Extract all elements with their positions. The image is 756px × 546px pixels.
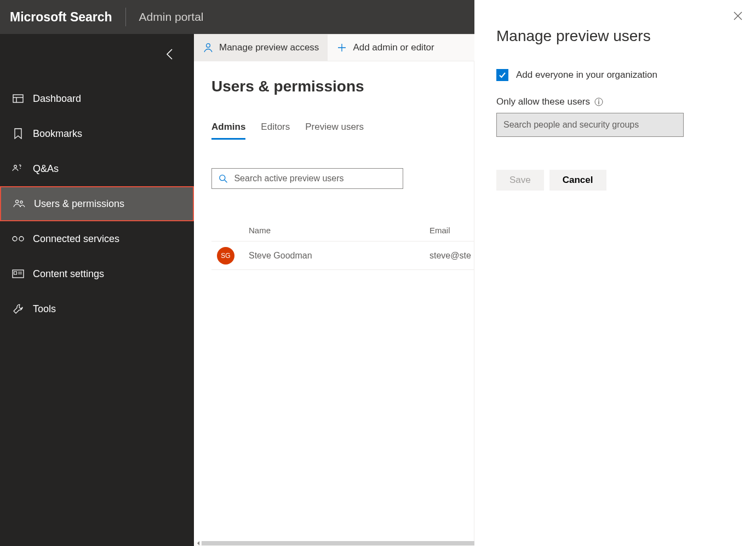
add-admin-or-editor-button[interactable]: Add admin or editor	[328, 35, 443, 61]
sidebar-item-label: Bookmarks	[33, 128, 82, 140]
svg-point-11	[207, 44, 210, 48]
manage-preview-access-label: Manage preview access	[219, 42, 319, 53]
sidebar: DashboardBookmarksQ&AsUsers & permission…	[0, 34, 194, 546]
close-icon	[733, 11, 743, 21]
sidebar-item-label: Connected services	[33, 233, 119, 245]
portal-title: Admin portal	[126, 10, 204, 24]
add-everyone-checkbox-row: Add everyone in your organization	[496, 69, 734, 81]
table-row[interactable]: SGSteve Goodmansteve@ste	[211, 242, 474, 270]
page-title: Users & permissions	[211, 78, 474, 95]
svg-point-5	[15, 200, 18, 203]
table-header-row: Name Email	[211, 220, 474, 242]
sidebar-item-dashboard[interactable]: Dashboard	[0, 81, 194, 116]
save-button[interactable]: Save	[496, 170, 544, 191]
chevron-left-icon	[165, 48, 173, 60]
bookmark-icon	[12, 128, 24, 140]
svg-line-13	[225, 180, 227, 183]
scrollbar-track[interactable]	[202, 541, 474, 545]
sidebar-item-content-settings[interactable]: Content settings	[0, 256, 194, 291]
sidebar-item-users-permissions[interactable]: Users & permissions	[0, 186, 194, 221]
user-name-cell: Steve Goodman	[249, 251, 429, 261]
qa-icon	[12, 163, 24, 175]
svg-rect-16	[598, 101, 599, 105]
tab-editors[interactable]: Editors	[261, 122, 290, 140]
svg-rect-8	[14, 272, 17, 274]
svg-point-6	[20, 201, 22, 203]
main-content: Manage preview access Add admin or edito…	[194, 34, 474, 546]
sidebar-item-bookmarks[interactable]: Bookmarks	[0, 116, 194, 151]
header-bar: Microsoft Search Admin portal	[0, 0, 474, 34]
add-everyone-checkbox[interactable]	[496, 69, 508, 81]
sidebar-item-label: Tools	[33, 303, 56, 315]
checkmark-icon	[498, 71, 507, 79]
sidebar-item-connected-services[interactable]: Connected services	[0, 221, 194, 256]
add-everyone-label: Add everyone in your organization	[516, 70, 657, 81]
people-picker-input[interactable]	[503, 120, 677, 130]
close-panel-button[interactable]	[733, 11, 745, 23]
person-icon	[203, 42, 214, 53]
sidebar-item-label: Q&As	[33, 163, 59, 175]
panel-title: Manage preview users	[496, 27, 734, 45]
sidebar-item-q-as[interactable]: Q&As	[0, 151, 194, 186]
command-bar: Manage preview access Add admin or edito…	[194, 35, 474, 61]
cancel-button[interactable]: Cancel	[549, 170, 606, 191]
add-admin-or-editor-label: Add admin or editor	[353, 42, 434, 53]
people-icon	[13, 198, 25, 210]
manage-preview-users-panel: Manage preview users Add everyone in you…	[474, 0, 756, 546]
link-icon	[12, 233, 24, 245]
sidebar-item-label: Dashboard	[33, 93, 81, 105]
sidebar-nav: DashboardBookmarksQ&AsUsers & permission…	[0, 81, 194, 326]
user-email-cell: steve@ste	[429, 251, 471, 261]
sidebar-item-tools[interactable]: Tools	[0, 291, 194, 326]
svg-point-15	[598, 100, 599, 101]
collapse-sidebar-button[interactable]	[162, 47, 176, 61]
search-active-users-input[interactable]	[234, 174, 396, 183]
plus-icon	[336, 42, 347, 53]
sidebar-item-label: Content settings	[33, 268, 104, 280]
tabs: AdminsEditorsPreview users	[211, 122, 474, 140]
brand-title: Microsoft Search	[10, 11, 125, 24]
wrench-icon	[12, 303, 24, 315]
svg-point-4	[20, 168, 21, 169]
card-icon	[12, 268, 24, 280]
tab-admins[interactable]: Admins	[211, 122, 245, 140]
content-inner: Users & permissions AdminsEditorsPreview…	[194, 61, 474, 542]
only-allow-label: Only allow these users	[496, 96, 590, 107]
sidebar-item-label: Users & permissions	[34, 198, 124, 210]
svg-point-3	[14, 165, 17, 168]
svg-rect-0	[13, 95, 23, 102]
horizontal-scrollbar[interactable]	[194, 541, 474, 546]
column-header-email: Email	[429, 226, 450, 235]
manage-preview-access-button[interactable]: Manage preview access	[194, 35, 328, 61]
search-icon	[219, 174, 227, 183]
tab-preview-users[interactable]: Preview users	[305, 122, 364, 140]
scroll-left-arrow-icon	[196, 541, 201, 546]
avatar: SG	[217, 247, 234, 265]
info-icon[interactable]	[594, 97, 603, 106]
users-table: Name Email SGSteve Goodmansteve@ste	[211, 220, 474, 270]
dashboard-icon	[12, 93, 24, 105]
people-picker-wrap[interactable]	[496, 113, 684, 137]
svg-point-12	[220, 175, 225, 181]
column-header-name: Name	[249, 226, 429, 235]
search-active-users-input-wrap[interactable]	[211, 168, 403, 189]
